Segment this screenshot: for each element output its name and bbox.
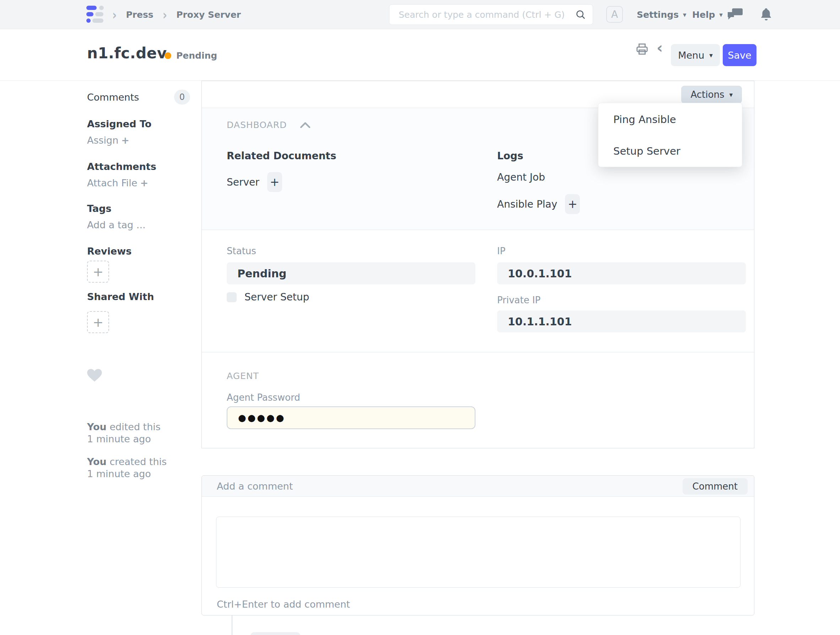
heart-icon bbox=[87, 369, 102, 382]
comments-label: Comments bbox=[87, 92, 139, 103]
status-indicator: Pending bbox=[164, 51, 217, 61]
created-by-line: You created this bbox=[87, 456, 167, 467]
chat-button[interactable] bbox=[728, 0, 743, 29]
dashboard-heading: DASHBOARD bbox=[227, 120, 287, 130]
ip-field-value[interactable]: 10.0.1.101 bbox=[497, 262, 746, 284]
global-search bbox=[389, 4, 593, 25]
bell-icon bbox=[760, 8, 772, 21]
created-by-action: created this bbox=[109, 456, 167, 467]
edited-time: 1 minute ago bbox=[87, 434, 151, 445]
agent-password-input[interactable]: ●●●●● bbox=[227, 406, 475, 429]
breadcrumb-press[interactable]: Press bbox=[126, 10, 153, 20]
attachments-heading: Attachments bbox=[87, 161, 156, 172]
status-field-value: Pending bbox=[227, 262, 475, 284]
like-button[interactable] bbox=[87, 369, 102, 382]
add-comment-label: Add a comment bbox=[217, 481, 293, 492]
chevron-down-icon: ▾ bbox=[683, 11, 687, 19]
attach-file-label: Attach File bbox=[87, 177, 137, 188]
print-icon bbox=[636, 43, 648, 55]
add-review-button[interactable]: + bbox=[87, 261, 109, 283]
breadcrumb: › Press › Proxy Server bbox=[112, 0, 241, 29]
search-icon bbox=[575, 9, 586, 20]
log-agent-job-label: Agent Job bbox=[497, 171, 545, 183]
timeline-item-partial bbox=[251, 632, 300, 635]
app-logo-icon[interactable] bbox=[86, 6, 103, 23]
assigned-to-heading: Assigned To bbox=[87, 119, 152, 130]
avatar[interactable]: A bbox=[606, 6, 623, 23]
private-ip-field-label: Private IP bbox=[497, 295, 540, 306]
timeline-line bbox=[232, 616, 232, 635]
related-documents-heading: Related Documents bbox=[227, 150, 336, 162]
save-button[interactable]: Save bbox=[723, 44, 756, 66]
print-button[interactable] bbox=[636, 43, 648, 55]
help-label: Help bbox=[692, 10, 715, 20]
page-title: n1.fc.dev bbox=[87, 44, 167, 62]
comment-submit-button[interactable]: Comment bbox=[682, 478, 748, 494]
logs-heading: Logs bbox=[497, 150, 523, 162]
agent-section: AGENT Agent Password ●●●●● bbox=[202, 352, 754, 448]
comments-row[interactable]: Comments 0 bbox=[87, 92, 190, 103]
chevron-right-icon: › bbox=[112, 7, 117, 22]
related-doc-server-label: Server bbox=[227, 176, 259, 188]
edited-by-user: You bbox=[87, 421, 107, 432]
menu-item-setup-server[interactable]: Setup Server bbox=[598, 135, 742, 167]
agent-heading: AGENT bbox=[227, 371, 259, 381]
agent-password-label: Agent Password bbox=[227, 392, 300, 403]
menu-item-ping-ansible[interactable]: Ping Ansible bbox=[598, 103, 742, 135]
log-ansible-play[interactable]: Ansible Play + bbox=[497, 194, 580, 214]
add-tag-input[interactable]: Add a tag ... bbox=[87, 219, 146, 230]
plus-icon: + bbox=[568, 197, 578, 211]
plus-icon: + bbox=[140, 177, 148, 188]
comment-panel: Add a comment Comment Ctrl+Enter to add … bbox=[202, 475, 754, 616]
related-doc-server[interactable]: Server + bbox=[227, 172, 282, 192]
shared-with-heading: Shared With bbox=[87, 291, 154, 302]
assign-label: Assign bbox=[87, 135, 118, 146]
add-ansible-play-button[interactable]: + bbox=[565, 194, 580, 214]
plus-icon: + bbox=[121, 135, 129, 146]
help-menu[interactable]: Help ▾ bbox=[692, 0, 723, 29]
plus-icon: + bbox=[93, 315, 103, 329]
created-time: 1 minute ago bbox=[87, 468, 151, 479]
dashboard-heading-row[interactable]: DASHBOARD bbox=[227, 120, 310, 130]
status-field-label: Status bbox=[227, 246, 256, 257]
menu-button-label: Menu bbox=[678, 50, 704, 61]
plus-icon: + bbox=[93, 264, 103, 279]
prev-record-button[interactable]: ‹ bbox=[657, 41, 663, 55]
breadcrumb-proxy-server[interactable]: Proxy Server bbox=[176, 10, 241, 20]
chevron-right-icon: › bbox=[163, 7, 167, 22]
comments-count-badge: 0 bbox=[174, 90, 190, 105]
log-agent-job[interactable]: Agent Job bbox=[497, 171, 545, 183]
comment-hint: Ctrl+Enter to add comment bbox=[217, 599, 350, 610]
comment-panel-header: Add a comment Comment bbox=[202, 476, 754, 497]
status-indicator-label: Pending bbox=[176, 51, 217, 61]
ip-field-label: IP bbox=[497, 246, 505, 257]
notifications-button[interactable] bbox=[760, 0, 772, 29]
edited-by-line: You edited this bbox=[87, 421, 161, 432]
search-input[interactable] bbox=[389, 4, 593, 25]
menu-button[interactable]: Menu ▾ bbox=[671, 44, 720, 66]
actions-dropdown-menu: Ping Ansible Setup Server bbox=[598, 103, 742, 167]
actions-button-label: Actions bbox=[690, 89, 724, 100]
chat-icon bbox=[728, 8, 743, 21]
settings-menu[interactable]: Settings ▾ bbox=[637, 0, 687, 29]
status-section: Status Pending IP 10.0.1.101 Server Setu… bbox=[202, 230, 754, 352]
page-head: n1.fc.dev Pending ‹ › Menu ▾ Save bbox=[0, 29, 840, 81]
chevron-up-icon[interactable] bbox=[300, 122, 310, 128]
actions-button[interactable]: Actions ▾ bbox=[681, 86, 742, 103]
add-share-button[interactable]: + bbox=[87, 311, 109, 333]
chevron-down-icon: ▾ bbox=[709, 51, 713, 59]
attach-file-button[interactable]: Attach File+ bbox=[87, 177, 148, 188]
server-setup-label: Server Setup bbox=[245, 291, 309, 303]
comment-textarea[interactable] bbox=[216, 516, 741, 588]
server-setup-field[interactable]: Server Setup bbox=[227, 291, 309, 303]
chevron-down-icon: ▾ bbox=[729, 91, 733, 98]
server-setup-checkbox[interactable] bbox=[227, 292, 237, 302]
add-server-button[interactable]: + bbox=[267, 172, 282, 192]
chevron-down-icon: ▾ bbox=[719, 11, 723, 19]
created-by-user: You bbox=[87, 456, 107, 467]
private-ip-field-value[interactable]: 10.1.1.101 bbox=[497, 310, 746, 333]
assign-button[interactable]: Assign+ bbox=[87, 135, 129, 146]
status-dot-icon bbox=[164, 52, 171, 59]
log-ansible-play-label: Ansible Play bbox=[497, 198, 557, 210]
reviews-heading: Reviews bbox=[87, 246, 131, 257]
